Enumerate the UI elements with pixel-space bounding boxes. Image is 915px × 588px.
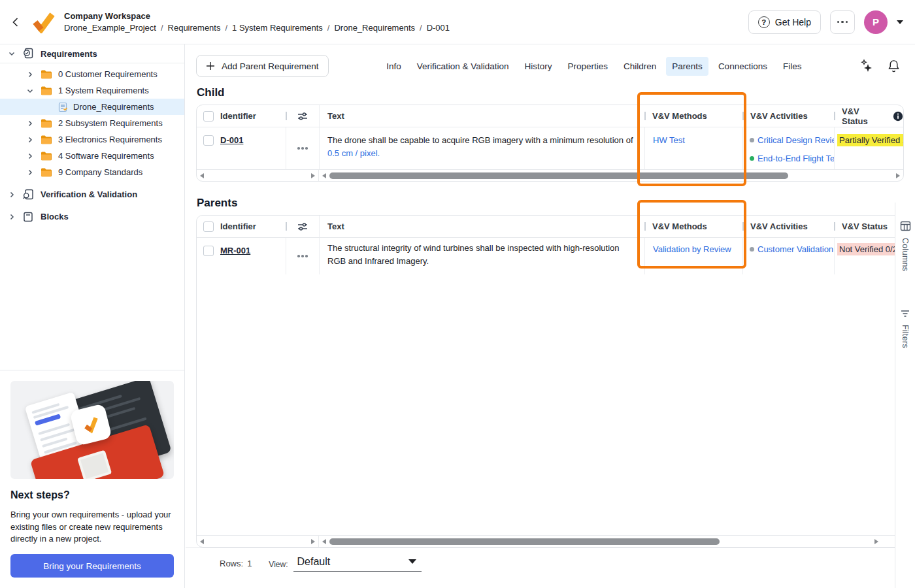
bring-requirements-button[interactable]: Bring your Requirements: [10, 554, 174, 578]
child-section-title: Child: [197, 86, 915, 99]
sidebar-item-electronics-requirements[interactable]: 3 Electronics Requirements: [0, 131, 184, 148]
identifier-scrollbar[interactable]: [197, 536, 319, 547]
column-header-vv-activities[interactable]: V&V Activities: [742, 216, 834, 237]
value-link[interactable]: 0.5 cm / pixel.: [327, 148, 380, 158]
tab-files[interactable]: Files: [777, 57, 808, 76]
table-horizontal-scrollbar[interactable]: [319, 536, 903, 547]
vv-method-link[interactable]: HW Test: [653, 135, 685, 145]
add-parent-requirement-button[interactable]: Add Parent Requirement: [196, 55, 329, 77]
column-header-vv-status[interactable]: V&V Status: [834, 216, 903, 237]
column-settings-header[interactable]: [286, 105, 319, 127]
select-all-checkbox[interactable]: [203, 221, 214, 232]
folder-icon: [41, 86, 52, 95]
table-horizontal-scrollbar[interactable]: [319, 170, 903, 181]
breadcrumb-d001[interactable]: D-001: [427, 23, 450, 33]
filter-icon: [900, 309, 910, 318]
view-select[interactable]: Default: [293, 556, 422, 572]
columns-panel-tab[interactable]: Columns: [900, 221, 911, 271]
parents-table-scrollbars: [197, 535, 903, 547]
sidebar-item-drone-requirements[interactable]: Drone_Requirements: [0, 99, 184, 115]
column-header-text[interactable]: Text: [319, 216, 644, 237]
identifier-link[interactable]: MR-001: [220, 246, 250, 255]
breadcrumb-requirements[interactable]: Requirements: [168, 23, 221, 33]
column-header-identifier[interactable]: Identifier: [220, 216, 286, 237]
breadcrumb-drone-requirements[interactable]: Drone_Requirements: [334, 23, 415, 33]
status-dot-gray: [750, 138, 754, 142]
sidebar-item-customer-requirements[interactable]: 0 Customer Requirements: [0, 66, 184, 82]
sidebar-item-label: 1 System Requirements: [58, 86, 149, 95]
scrollbar-thumb[interactable]: [329, 172, 788, 179]
chevron-right-icon[interactable]: [26, 152, 34, 160]
sidebar-item-requirements[interactable]: Requirements: [0, 44, 184, 63]
get-help-button[interactable]: ? Get Help: [748, 10, 821, 34]
back-button[interactable]: [8, 14, 24, 30]
tab-verification-validation[interactable]: Verification & Validation: [411, 57, 515, 76]
tab-parents[interactable]: Parents: [666, 57, 708, 76]
column-header-vv-methods[interactable]: V&V Methods: [644, 216, 742, 237]
view-label: View:: [269, 560, 288, 572]
column-header-vv-activities[interactable]: V&V Activities: [742, 105, 834, 127]
column-header-vv-methods[interactable]: V&V Methods: [644, 105, 742, 127]
sidebar-item-system-requirements[interactable]: 1 System Requirements: [0, 82, 184, 99]
column-settings-header[interactable]: [286, 216, 319, 237]
vv-activities-cell: Customer Validation: [742, 238, 834, 274]
chevron-right-icon[interactable]: [8, 191, 16, 199]
ellipsis-icon: [297, 255, 308, 257]
sidebar-item-blocks[interactable]: Blocks: [0, 208, 184, 225]
tab-children[interactable]: Children: [618, 57, 662, 76]
info-icon[interactable]: [893, 111, 903, 122]
identifier-scrollbar[interactable]: [197, 170, 319, 181]
sidebar-promo: Next steps? Bring your own requirements …: [0, 370, 184, 588]
column-header-text[interactable]: Text: [319, 105, 644, 127]
requirement-text: The structural integrity of wind turbine…: [319, 238, 644, 274]
select-all-checkbox[interactable]: [203, 111, 214, 122]
avatar-menu-caret-icon[interactable]: [897, 20, 903, 24]
identifier-link[interactable]: D-001: [220, 135, 243, 145]
column-header-identifier[interactable]: Identifier: [220, 105, 286, 127]
chevron-left-icon: [10, 17, 21, 27]
columns-panel-label: Columns: [901, 238, 910, 271]
sidebar-item-subsystem-requirements[interactable]: 2 Subsystem Requirements: [0, 115, 184, 131]
sliders-icon: [297, 221, 308, 232]
tab-properties[interactable]: Properties: [562, 57, 614, 76]
chevron-right-icon[interactable]: [26, 71, 34, 78]
row-more-options-button[interactable]: [286, 127, 319, 169]
row-more-options-button[interactable]: [286, 238, 319, 274]
more-options-button[interactable]: [830, 10, 855, 34]
tab-info[interactable]: Info: [380, 57, 407, 76]
vv-activity-link[interactable]: Customer Validation: [757, 244, 833, 254]
chevron-right-icon[interactable]: [26, 136, 34, 144]
chevron-down-icon[interactable]: [8, 50, 16, 57]
scrollbar-thumb[interactable]: [329, 538, 720, 545]
column-header-vv-status[interactable]: V&V Status: [834, 105, 903, 127]
vv-activity-link[interactable]: End-to-End Flight Test: [757, 154, 834, 163]
chevron-right-icon[interactable]: [26, 120, 34, 127]
tab-history[interactable]: History: [519, 57, 558, 76]
sidebar-item-verification-validation[interactable]: Verification & Validation: [0, 186, 184, 203]
row-checkbox[interactable]: [203, 246, 214, 256]
chevron-down-icon[interactable]: [26, 87, 34, 95]
chevron-right-icon[interactable]: [8, 213, 16, 221]
breadcrumb-separator: /: [225, 23, 227, 33]
notifications-bell-icon[interactable]: [887, 59, 901, 73]
sidebar-item-software-requirements[interactable]: 4 Software Requirements: [0, 148, 184, 164]
row-checkbox[interactable]: [203, 135, 214, 146]
status-dot-gray: [750, 247, 754, 252]
breadcrumb-project[interactable]: Drone_Example_Project: [64, 23, 156, 33]
sidebar-item-company-standards[interactable]: 9 Company Standards: [0, 164, 184, 180]
folder-icon: [41, 152, 52, 161]
sidebar-item-label: 4 Software Requirements: [58, 151, 154, 161]
breadcrumb-system-requirements[interactable]: 1 System Requirements: [232, 23, 323, 33]
sidebar-item-label: 9 Company Standards: [58, 167, 142, 177]
ai-sparkle-icon[interactable]: [859, 59, 874, 73]
vv-method-link[interactable]: Validation by Review: [653, 244, 731, 254]
title-block: Company Workspace Drone_Example_Project …: [64, 11, 450, 33]
chevron-right-icon[interactable]: [26, 169, 34, 176]
filters-panel-tab[interactable]: Filters: [900, 309, 910, 348]
columns-icon: [900, 221, 911, 231]
avatar[interactable]: P: [864, 10, 888, 34]
vv-activity-link[interactable]: Critical Design Review: [757, 135, 834, 145]
rows-label: Rows:: [220, 559, 243, 568]
tab-connections[interactable]: Connections: [712, 57, 773, 76]
sliders-icon: [297, 111, 308, 122]
